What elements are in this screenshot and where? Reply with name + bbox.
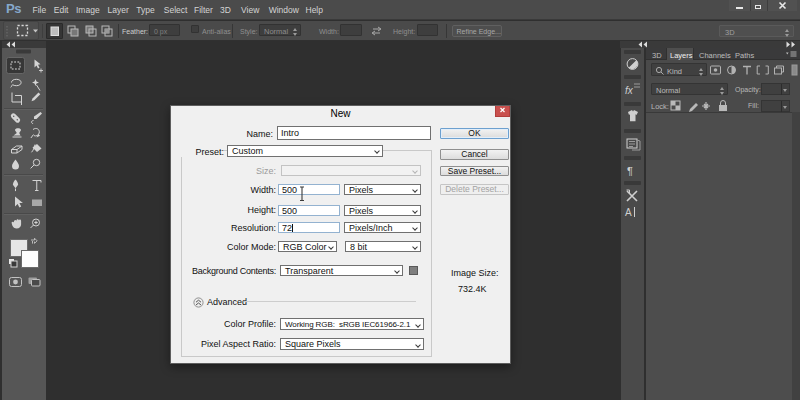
svg-text:fx: fx <box>625 85 634 96</box>
svg-text:¶: ¶ <box>627 165 633 177</box>
svg-text:A: A <box>625 207 632 218</box>
